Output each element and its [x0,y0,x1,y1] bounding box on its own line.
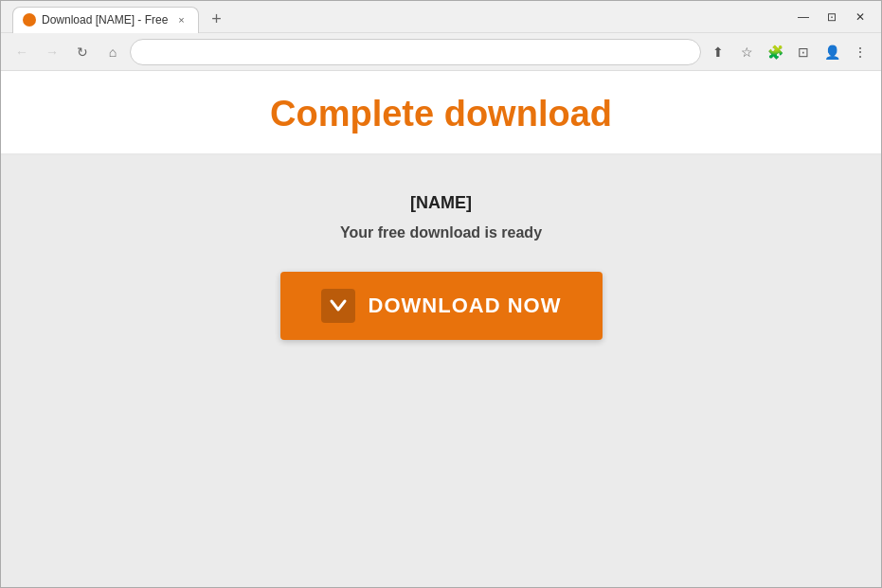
toolbar-actions: ⬆ ☆ 🧩 ⊡ 👤 ⋮ [705,39,873,65]
close-button[interactable]: ✕ [847,4,873,30]
ready-text: Your free download is ready [280,224,603,241]
toolbar: ← → ↻ ⌂ ⬆ ☆ 🧩 ⊡ 👤 ⋮ [1,33,881,71]
menu-icon[interactable]: ⋮ [847,39,873,65]
chevron-down-icon [328,295,349,316]
back-button[interactable]: ← [9,39,35,65]
split-icon[interactable]: ⊡ [790,39,817,65]
download-chevron-icon [321,289,355,323]
page-title: Complete download [1,94,881,134]
browser-tab[interactable]: Download [NAME] - Free × [12,7,199,33]
download-card: [NAME] Your free download is ready DOWNL… [224,155,659,378]
tab-favicon [23,13,36,27]
new-tab-button[interactable]: + [203,7,229,33]
bottom-area [1,378,881,587]
restore-button[interactable]: ⊡ [819,4,845,30]
bookmark-icon[interactable]: ☆ [733,39,760,65]
profile-icon[interactable]: 👤 [819,39,845,65]
forward-button[interactable]: → [39,39,65,65]
page-header: Complete download [1,71,881,155]
home-button[interactable]: ⌂ [99,39,126,65]
page-content: Complete download [NAME] Your free downl… [1,71,881,587]
tab-bar: Download [NAME] - Free × + [9,1,790,33]
tab-title: Download [NAME] - Free [42,13,168,27]
minimize-button[interactable]: — [790,4,817,30]
download-button-label: DOWNLOAD NOW [369,294,562,318]
share-icon[interactable]: ⬆ [705,39,731,65]
address-bar[interactable] [130,39,701,65]
extensions-icon[interactable]: 🧩 [762,39,788,65]
download-now-button[interactable]: DOWNLOAD NOW [280,272,603,340]
title-bar: Download [NAME] - Free × + — ⊡ ✕ [1,1,881,33]
reload-button[interactable]: ↻ [69,39,96,65]
file-name: [NAME] [280,193,603,213]
browser-window: Download [NAME] - Free × + — ⊡ ✕ ← → ↻ ⌂… [0,0,882,588]
page-body: [NAME] Your free download is ready DOWNL… [1,155,881,378]
address-input[interactable] [142,45,689,59]
window-controls: — ⊡ ✕ [790,4,873,30]
tab-close-button[interactable]: × [173,12,189,27]
